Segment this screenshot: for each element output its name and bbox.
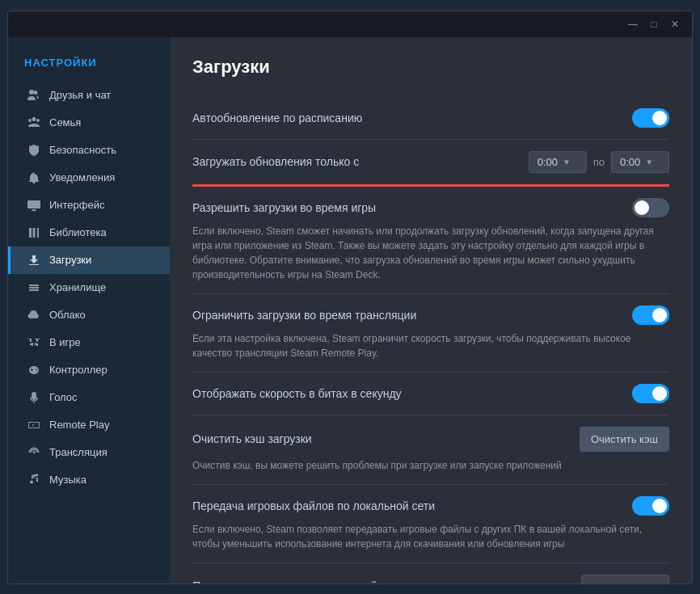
sidebar-item-interface[interactable]: Интерфейс (8, 192, 170, 219)
title-bar: — □ ✕ (8, 11, 692, 37)
sidebar-item-label: Семья (49, 116, 81, 128)
sidebar-item-label: Уведомления (49, 171, 115, 183)
sidebar-item-storage[interactable]: Хранилище (8, 274, 170, 301)
timerange-row: Загружать обновления только с 0:00 ▼ по … (192, 140, 669, 187)
downloads-during-game-block: Разрешить загрузки во время игры Если вк… (192, 187, 669, 294)
sidebar-item-music[interactable]: Музыка (8, 466, 170, 494)
sidebar-item-broadcast[interactable]: Трансляция (8, 439, 170, 466)
downloads-during-game-header: Разрешить загрузки во время игры (192, 198, 669, 217)
allow-transfer-label: Позволять передачу с этого устройства на (192, 579, 415, 583)
time-from-value: 0:00 (538, 156, 558, 168)
sidebar-item-label: Контроллер (49, 364, 108, 376)
downloads-during-game-desc: Если включено, Steam сможет начинать или… (192, 224, 669, 282)
time-controls: 0:00 ▼ по 0:00 ▼ (529, 151, 669, 173)
chevron-down-icon-2: ▼ (645, 158, 653, 166)
limit-broadcast-desc: Если эта настройка включена, Steam огран… (192, 331, 669, 360)
sidebar-item-library[interactable]: Библиотека (8, 219, 170, 246)
lan-transfer-desc: Если включено, Steam позволяет передават… (192, 522, 669, 551)
clear-cache-button[interactable]: Очистить кэш (580, 427, 669, 452)
clear-cache-desc: Очистив кэш, вы можете решить проблемы п… (192, 458, 669, 473)
sidebar-item-cloud[interactable]: Облако (8, 301, 170, 329)
lan-transfer-label: Передача игровых файлов по локальной сет… (192, 499, 435, 512)
downloads-during-game-toggle[interactable] (632, 198, 669, 217)
lan-transfer-toggle[interactable] (632, 496, 669, 516)
sidebar-item-remoteplay[interactable]: Remote Play (8, 411, 170, 439)
sidebar-item-controller[interactable]: Контроллер (8, 356, 170, 384)
cloud-icon (27, 308, 41, 322)
maximize-button[interactable]: □ (643, 14, 664, 35)
autoupdate-toggle[interactable] (632, 108, 669, 128)
main-content: НАСТРОЙКИ Друзья и чат Семья (8, 37, 692, 583)
sidebar-item-label: Интерфейс (49, 199, 104, 211)
library-icon (27, 225, 41, 240)
show-speed-bits-label: Отображать скорость в битах в секунду (192, 387, 402, 400)
sidebar: НАСТРОЙКИ Друзья и чат Семья (8, 37, 170, 583)
ingame-icon (27, 335, 41, 350)
sidebar-item-label: В игре (49, 336, 81, 348)
downloads-during-game-label: Разрешить загрузки во время игры (192, 201, 376, 214)
autoupdate-row: Автообновление по расписанию (192, 97, 669, 140)
family-icon (27, 116, 41, 130)
time-separator: по (593, 156, 605, 168)
limit-broadcast-toggle[interactable] (632, 305, 669, 325)
page-title: Загрузки (192, 57, 669, 78)
storage-icon (27, 280, 41, 295)
time-from-select[interactable]: 0:00 ▼ (529, 151, 587, 173)
sidebar-item-notifications[interactable]: Уведомления (8, 164, 170, 192)
sidebar-item-downloads[interactable]: Загрузки (8, 246, 170, 274)
broadcast-icon (27, 445, 41, 460)
timerange-label: Загружать обновления только с (192, 155, 359, 168)
sidebar-item-label: Загрузки (49, 254, 91, 266)
sidebar-heading: НАСТРОЙКИ (8, 50, 170, 82)
download-icon (27, 253, 41, 268)
limit-broadcast-header: Ограничить загрузки во время трансляции (192, 305, 669, 325)
close-button[interactable]: ✕ (664, 14, 685, 35)
limit-broadcast-label: Ограничить загрузки во время трансляции (192, 309, 416, 322)
lan-transfer-header: Передача игровых файлов по локальной сет… (192, 496, 669, 516)
music-icon (27, 473, 41, 487)
bell-icon (27, 171, 41, 185)
chevron-down-icon: ▼ (563, 158, 571, 166)
time-to-value: 0:00 (620, 156, 640, 168)
sidebar-item-label: Библиотека (49, 226, 107, 238)
monitor-icon (27, 198, 41, 213)
allow-transfer-dropdown[interactable]: только мне ▼ (581, 575, 669, 583)
limit-broadcast-block: Ограничить загрузки во время трансляции … (192, 294, 669, 373)
sidebar-item-label: Голос (49, 391, 78, 403)
sidebar-item-label: Хранилище (49, 281, 106, 293)
sidebar-item-label: Облако (49, 309, 86, 321)
content-area: Загрузки Автообновление по расписанию За… (170, 37, 692, 583)
sidebar-item-ingame[interactable]: В игре (8, 329, 170, 356)
sidebar-item-security[interactable]: Безопасность (8, 137, 170, 164)
sidebar-item-label: Друзья и чат (49, 89, 111, 101)
gamepad-icon (27, 363, 41, 377)
shield-icon (27, 143, 41, 158)
lan-transfer-block: Передача игровых файлов по локальной сет… (192, 485, 669, 563)
sidebar-item-friends[interactable]: Друзья и чат (8, 82, 170, 109)
sidebar-item-label: Безопасность (49, 144, 116, 156)
minimize-button[interactable]: — (622, 14, 643, 35)
sidebar-item-label: Музыка (49, 474, 86, 486)
show-speed-bits-row: Отображать скорость в битах в секунду (192, 373, 669, 415)
allow-transfer-row: Позволять передачу с этого устройства на… (192, 563, 669, 583)
show-speed-bits-toggle[interactable] (632, 384, 669, 403)
clear-cache-header: Очистить кэш загрузки Очистить кэш (192, 427, 669, 452)
microphone-icon (27, 390, 41, 405)
friends-icon (27, 88, 41, 103)
time-to-select[interactable]: 0:00 ▼ (611, 151, 669, 173)
clear-cache-label: Очистить кэш загрузки (192, 432, 312, 445)
sidebar-item-label: Remote Play (49, 419, 109, 431)
main-window: — □ ✕ НАСТРОЙКИ Друзья и чат (7, 11, 693, 584)
clear-cache-block: Очистить кэш загрузки Очистить кэш Очист… (192, 415, 669, 485)
sidebar-item-voice[interactable]: Голос (8, 384, 170, 411)
allow-transfer-value: только мне (592, 580, 646, 583)
chevron-down-icon-3: ▼ (651, 582, 659, 583)
sidebar-item-family[interactable]: Семья (8, 109, 170, 137)
autoupdate-label: Автообновление по расписанию (192, 112, 362, 124)
remoteplay-icon (27, 418, 41, 432)
sidebar-item-label: Трансляция (49, 446, 108, 458)
